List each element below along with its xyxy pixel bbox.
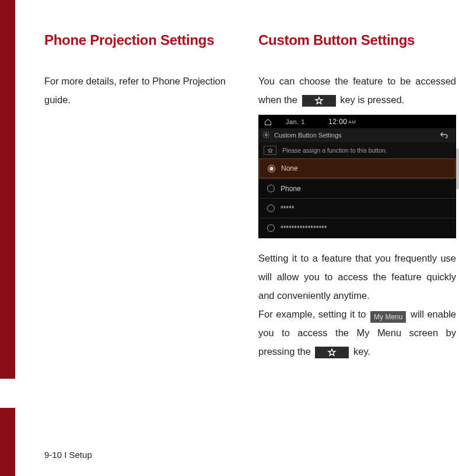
device-option-row: Phone	[259, 178, 456, 198]
svg-marker-2	[268, 148, 272, 153]
device-ampm: AM	[349, 119, 356, 125]
example-text-c: key.	[351, 346, 370, 357]
svg-marker-0	[316, 97, 323, 104]
radio-icon	[267, 185, 275, 192]
phone-projection-para: For more details, refer to Phone Project…	[44, 72, 242, 109]
back-icon	[436, 130, 452, 140]
radio-icon	[267, 204, 275, 212]
intro-text-b: key is pressed.	[338, 94, 405, 105]
star-key-icon	[315, 347, 349, 358]
device-time: 12:00	[328, 118, 348, 126]
svg-marker-3	[328, 349, 335, 355]
device-option-row: *****	[259, 198, 456, 218]
device-screen-title: Custom Button Settings	[274, 132, 342, 139]
device-option-label: Phone	[281, 185, 301, 193]
device-option-label: None	[281, 164, 298, 172]
radio-icon	[267, 224, 275, 232]
example-text-a: For example, setting it to	[258, 309, 369, 319]
device-hint-text: Please assign a function to this button.	[282, 147, 387, 154]
section-title-custom-button: Custom Button Settings	[258, 32, 456, 48]
svg-point-1	[265, 133, 267, 135]
section-title-phone-projection: Phone Projection Settings	[44, 32, 242, 48]
device-title-bar: Custom Button Settings	[259, 128, 456, 142]
device-hint-row: Please assign a function to this button.	[259, 142, 456, 158]
star-key-icon	[302, 95, 336, 107]
page-footer: 9-10 I Setup	[44, 450, 92, 460]
custom-button-intro: You can choose the feature to be accesse…	[258, 72, 456, 109]
gear-icon	[262, 131, 271, 140]
custom-button-para2: Setting it to a feature that you frequen…	[258, 249, 456, 305]
mymenu-badge: My Menu	[370, 311, 406, 323]
device-date: Jan. 1	[286, 118, 305, 125]
device-option-label: *****************	[281, 224, 327, 232]
device-option-label: *****	[281, 204, 294, 213]
device-screenshot: Jan. 1 12:00 AM Custom Button Settings	[258, 115, 456, 238]
radio-icon	[268, 165, 275, 172]
star-badge-icon	[264, 146, 276, 155]
device-status-bar: Jan. 1 12:00 AM	[259, 115, 456, 128]
home-icon	[262, 118, 273, 126]
margin-band	[0, 0, 15, 476]
device-option-row: None	[259, 158, 456, 178]
custom-button-example: For example, setting it to My Menu will …	[258, 305, 456, 361]
device-option-row: *****************	[259, 218, 456, 238]
